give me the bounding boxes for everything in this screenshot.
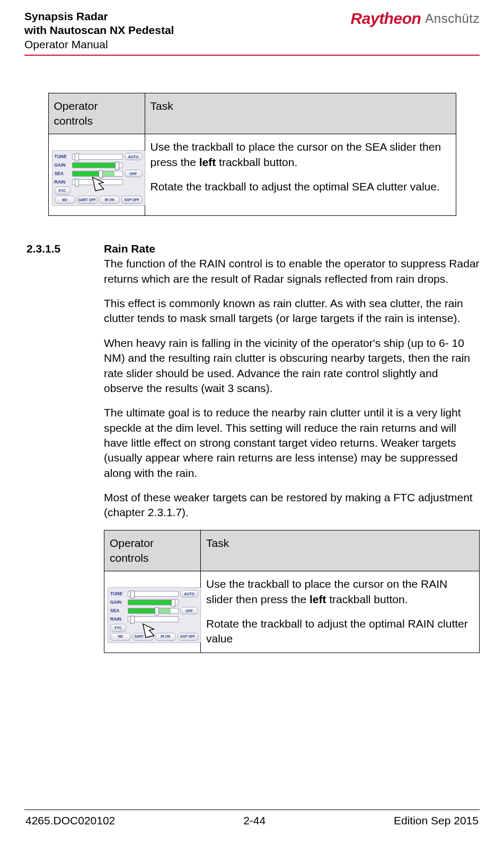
panel-label-gain: GAIN [55,162,70,168]
panel-label-rain-2: RAIN [110,616,126,622]
page-footer: 4265.DOC020102 2-44 Edition Sep 2015 [24,814,480,828]
page: Synapsis Radar with Nautoscan NX Pedesta… [0,0,504,844]
ir-on-button: IR ON [99,196,120,204]
auto-button-2: AUTO [180,590,198,597]
sea-task-text-2: Rotate the trackball to adjust the optim… [151,179,450,194]
sea-task-text-1c: trackball button. [216,156,297,168]
section-p2: This effect is commonly known as rain cl… [104,296,480,326]
exp-off-button-2: EXP OFF [178,633,198,641]
brand-secondary: Anschütz [425,11,480,26]
control-panel-rain: TUNE AUTO GAIN SEA [108,587,201,643]
rain-table: Operator controls Task TUNE AUTO [104,530,480,654]
rain-task-text-1b: left [310,593,326,605]
control-panel-sea: TUNE AUTO GAIN SEA OFF [52,150,145,206]
section-p3: When heavy rain is falling in the vicini… [104,336,480,396]
off-button-2: OFF [180,607,198,614]
section-p4: The ultimate goal is to reduce the nearb… [104,405,480,481]
gain-slider [72,162,123,168]
footer-left: 4265.DOC020102 [25,814,115,827]
m2-button: M2 [55,196,75,204]
sea-slider-2 [128,608,179,614]
panel-label-sea: SEA [55,171,70,177]
sea-table-control-cell: TUNE AUTO GAIN SEA OFF [48,134,145,216]
ftc-button-2: FTC [110,624,126,632]
brand-block: Raytheon Anschütz [351,10,480,28]
off-button: OFF [125,170,143,177]
m2-button-2: M2 [110,633,131,641]
sea-table-col1-header: Operator controls [48,93,145,134]
sart-off-button-2: SART OFF [132,633,153,641]
content-area: Operator controls Task TUNE AUTO GAIN [24,56,480,810]
exp-off-button: EXP OFF [121,196,142,204]
page-header: Synapsis Radar with Nautoscan NX Pedesta… [24,10,480,51]
panel-label-rain: RAIN [55,179,70,185]
sea-table-col2-header: Task [145,93,456,134]
footer-center: 2-44 [243,814,266,827]
header-line-3: Operator Manual [24,38,174,51]
rain-table-col2-header: Task [201,530,480,571]
panel-label-tune: TUNE [55,154,70,160]
ir-on-button-2: IR ON [155,633,176,641]
section-title: Rain Rate [104,241,480,255]
header-title-block: Synapsis Radar with Nautoscan NX Pedesta… [24,10,174,51]
sart-off-button: SART OFF [77,196,98,204]
panel-label-sea-2: SEA [110,608,126,614]
rain-table-col1-header: Operator controls [104,530,201,571]
tune-slider [72,154,123,160]
rain-table-control-cell: TUNE AUTO GAIN SEA [104,571,201,653]
rain-table-task-cell: Use the trackball to place the cursor on… [201,571,480,653]
footer-right: Edition Sep 2015 [394,814,479,827]
rain-task-text-1c: trackball button. [326,593,408,605]
header-line-2: with Nautoscan NX Pedestal [24,23,174,37]
section-p5: Most of these weaker targets can be rest… [104,490,480,520]
ftc-button: FTC [55,187,70,195]
auto-button: AUTO [125,153,143,160]
header-line-1: Synapsis Radar [24,10,174,23]
sea-slider [72,171,123,177]
rain-slider [72,179,123,185]
brand-primary: Raytheon [351,10,421,28]
sea-task-text-1b: left [199,156,216,168]
section-2-3-1-5: 2.3.1.5 Rain Rate The function of the RA… [24,241,480,653]
gain-slider-2 [128,599,179,605]
footer-rule [24,810,480,810]
sea-table: Operator controls Task TUNE AUTO GAIN [48,93,456,216]
section-number: 2.3.1.5 [24,241,85,653]
tune-slider-2 [128,591,179,597]
rain-slider-2 [128,616,179,622]
section-p1: The function of the RAIN control is to e… [104,256,480,286]
section-body: Rain Rate The function of the RAIN contr… [104,241,480,653]
panel-label-tune-2: TUNE [110,591,126,597]
panel-label-gain-2: GAIN [110,599,126,605]
sea-table-task-cell: Use the trackball to place the cursor on… [145,134,456,216]
rain-task-text-2: Rotate the trackball to adjust the optim… [206,616,474,647]
